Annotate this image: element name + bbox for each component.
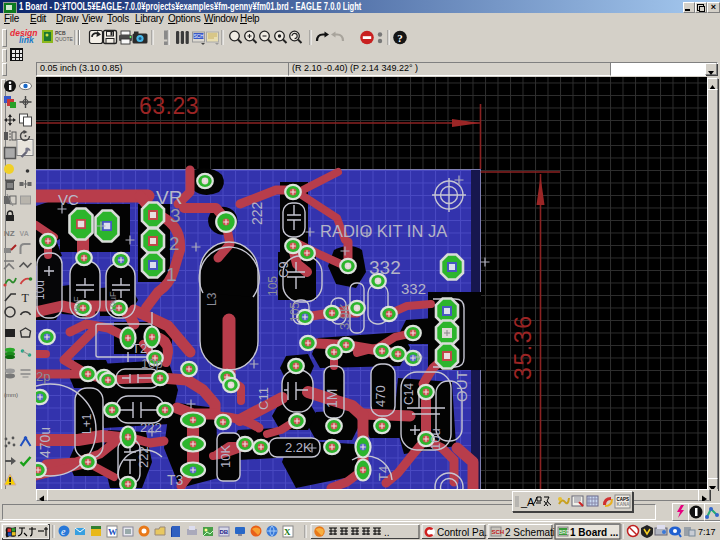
svg-text:link: link bbox=[19, 35, 35, 45]
svg-text:105: 105 bbox=[266, 276, 280, 296]
svg-text:SCH: SCH bbox=[194, 34, 204, 39]
svg-text:VA: VA bbox=[20, 230, 29, 237]
svg-text:1: 1 bbox=[166, 264, 177, 285]
svg-text:10K: 10K bbox=[218, 445, 233, 468]
svg-text:X: X bbox=[284, 527, 291, 537]
svg-text:T2: T2 bbox=[132, 341, 147, 356]
svg-text:222: 222 bbox=[136, 446, 151, 468]
svg-text:BRD: BRD bbox=[559, 529, 570, 535]
svg-text:NZ: NZ bbox=[4, 229, 15, 238]
svg-text:C14: C14 bbox=[402, 383, 416, 405]
svg-text:10uF: 10uF bbox=[108, 291, 118, 312]
svg-text:CAPS: CAPS bbox=[617, 497, 630, 502]
svg-text:W: W bbox=[108, 527, 117, 537]
svg-text:470: 470 bbox=[373, 385, 388, 407]
svg-text:DB: DB bbox=[220, 529, 229, 535]
svg-text:10u: 10u bbox=[36, 280, 47, 300]
svg-text:3: 3 bbox=[170, 205, 181, 226]
svg-text:C11: C11 bbox=[256, 387, 271, 410]
svg-text:e: e bbox=[61, 526, 66, 537]
svg-text:105: 105 bbox=[288, 302, 302, 322]
svg-text:2p: 2p bbox=[36, 369, 50, 384]
svg-text:OUT: OUT bbox=[453, 370, 470, 402]
svg-text:2: 2 bbox=[169, 233, 180, 254]
svg-text:63.23: 63.23 bbox=[139, 93, 199, 119]
svg-text:7:17: 7:17 bbox=[698, 527, 716, 537]
svg-text:RADIO KIT IN JA: RADIO KIT IN JA bbox=[320, 222, 447, 240]
svg-text:Control Pa..: Control Pa.. bbox=[437, 527, 490, 538]
svg-text:T3: T3 bbox=[167, 472, 184, 488]
svg-text:1 Board ...: 1 Board ... bbox=[570, 527, 619, 538]
svg-text:T: T bbox=[22, 291, 30, 305]
svg-text:L+1: L+1 bbox=[80, 413, 94, 434]
svg-text:10p: 10p bbox=[141, 356, 163, 371]
svg-text:?: ? bbox=[397, 32, 403, 44]
svg-text:35.36: 35.36 bbox=[510, 314, 536, 380]
svg-text:SCH: SCH bbox=[492, 529, 505, 535]
svg-text:..: .. bbox=[384, 527, 390, 538]
svg-text:T4: T4 bbox=[376, 466, 391, 481]
svg-text:0uF: 0uF bbox=[72, 296, 82, 312]
svg-text:_A: _A bbox=[520, 496, 535, 508]
svg-text:VC: VC bbox=[58, 191, 79, 208]
svg-text:L3: L3 bbox=[205, 292, 219, 306]
svg-text:KANA: KANA bbox=[617, 502, 631, 507]
svg-text:332: 332 bbox=[401, 280, 426, 297]
svg-text:222: 222 bbox=[249, 201, 265, 225]
svg-text:3.9K: 3.9K bbox=[337, 303, 352, 330]
svg-text:10u: 10u bbox=[428, 428, 443, 450]
svg-text:C9: C9 bbox=[276, 261, 291, 278]
svg-text:(mm): (mm) bbox=[4, 392, 18, 398]
svg-text:470u: 470u bbox=[37, 427, 53, 458]
svg-text:222: 222 bbox=[140, 420, 162, 435]
svg-text:1M: 1M bbox=[324, 389, 340, 408]
svg-text:332: 332 bbox=[369, 257, 401, 278]
svg-text:QUOTE: QUOTE bbox=[55, 36, 73, 42]
svg-text:2 Schemati..: 2 Schemati.. bbox=[505, 527, 561, 538]
